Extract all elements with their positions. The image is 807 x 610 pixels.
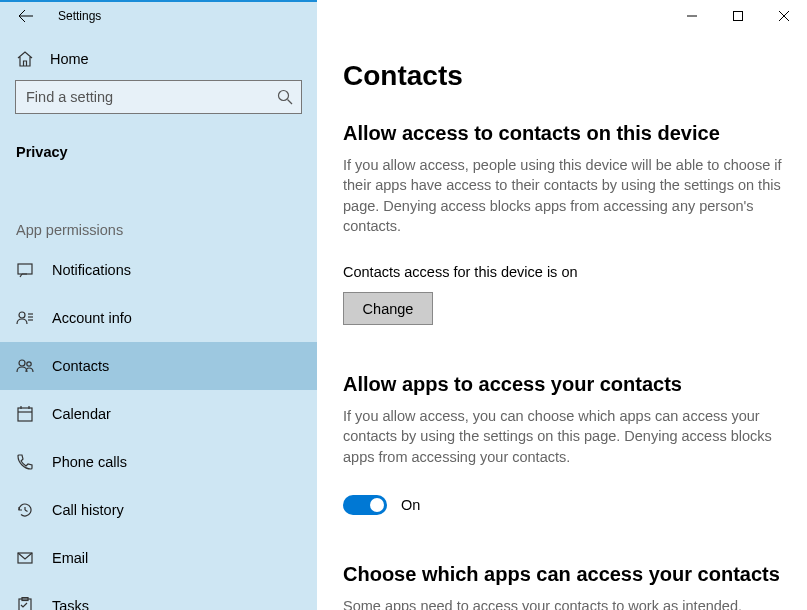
section-desc-choose-apps: Some apps need to access your contacts t… [343,596,791,610]
close-button[interactable] [761,0,807,32]
home-icon [16,50,34,68]
svg-point-0 [279,91,289,101]
home-nav[interactable]: Home [0,50,317,68]
search-box[interactable] [15,80,302,114]
phone-icon [15,452,35,472]
maximize-button[interactable] [715,0,761,32]
sidebar-item-notifications[interactable]: Notifications [0,246,317,294]
minimize-icon [687,11,697,21]
window-controls [669,0,807,32]
main-content: Contacts Allow access to contacts on thi… [317,0,807,610]
svg-point-7 [19,360,25,366]
sidebar-item-label: Tasks [52,598,89,610]
tasks-icon [15,596,35,610]
minimize-button[interactable] [669,0,715,32]
maximize-icon [733,11,743,21]
arrow-left-icon [18,8,34,24]
svg-line-14 [25,510,28,512]
calendar-icon [15,404,35,424]
svg-rect-9 [18,408,32,421]
svg-point-8 [27,362,31,366]
status-text: Contacts access for this device is on [343,264,791,280]
home-label: Home [50,51,89,67]
toggle-state-label: On [401,497,420,513]
sidebar-item-label: Contacts [52,358,109,374]
sidebar-item-label: Email [52,550,88,566]
page-title: Contacts [343,60,791,92]
title-bar: Settings [0,2,317,30]
subsection-heading: App permissions [0,222,317,238]
section-desc-device-access: If you allow access, people using this d… [343,155,791,236]
close-icon [779,11,789,21]
section-heading-choose-apps: Choose which apps can access your contac… [343,563,791,586]
sidebar-item-call-history[interactable]: Call history [0,486,317,534]
notifications-icon [15,260,35,280]
sidebar-item-tasks[interactable]: Tasks [0,582,317,610]
sidebar-item-email[interactable]: Email [0,534,317,582]
svg-point-3 [19,312,25,318]
section-heading-apps-access: Allow apps to access your contacts [343,373,791,396]
apps-access-toggle[interactable] [343,495,387,515]
section-desc-apps-access: If you allow access, you can choose whic… [343,406,791,467]
svg-rect-19 [734,12,743,21]
search-icon [269,81,301,113]
sidebar-item-phone-calls[interactable]: Phone calls [0,438,317,486]
section-heading: Privacy [0,144,317,160]
search-input[interactable] [16,89,269,105]
nav-list: Notifications Account info Contacts Cale… [0,246,317,610]
sidebar-item-contacts[interactable]: Contacts [0,342,317,390]
change-button[interactable]: Change [343,292,433,325]
toggle-row: On [343,495,791,515]
account-info-icon [15,308,35,328]
sidebar-item-label: Account info [52,310,132,326]
sidebar-item-label: Notifications [52,262,131,278]
section-heading-device-access: Allow access to contacts on this device [343,122,791,145]
sidebar-item-label: Calendar [52,406,111,422]
sidebar-item-account-info[interactable]: Account info [0,294,317,342]
toggle-knob [370,498,384,512]
sidebar-item-label: Call history [52,502,124,518]
call-history-icon [15,500,35,520]
window-title: Settings [40,9,101,23]
sidebar-item-calendar[interactable]: Calendar [0,390,317,438]
svg-line-1 [288,100,293,105]
contacts-icon [15,356,35,376]
back-button[interactable] [12,2,40,30]
sidebar: Settings Home Privacy App permissions No… [0,0,317,610]
svg-rect-2 [18,264,32,274]
email-icon [15,548,35,568]
sidebar-item-label: Phone calls [52,454,127,470]
